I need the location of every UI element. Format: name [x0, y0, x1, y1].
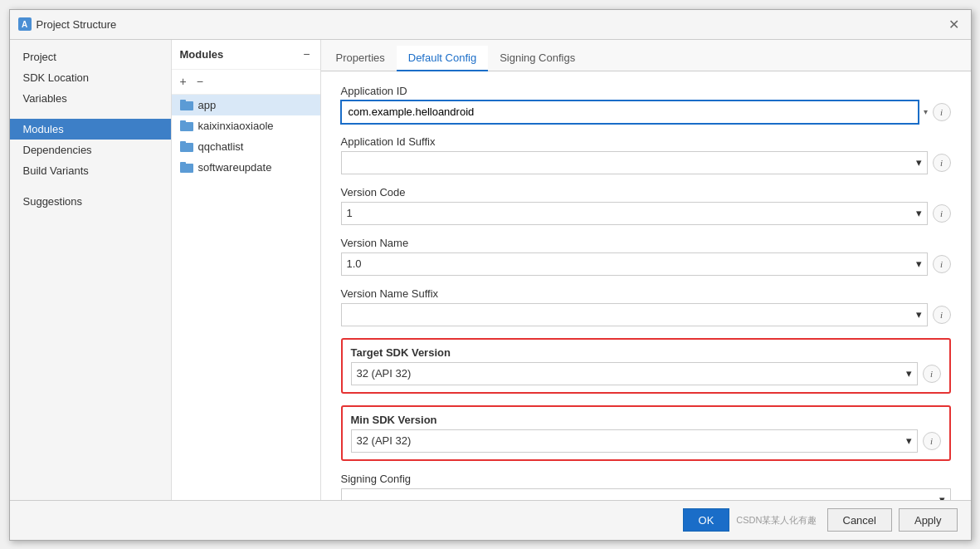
min-sdk-version-label: Min SDK Version — [351, 414, 941, 426]
application-id-input[interactable] — [341, 100, 919, 124]
modules-panel: Modules − + − app — [172, 40, 321, 500]
sidebar-item-variables[interactable]: Variables — [10, 88, 171, 109]
sidebar-nav: Project SDK Location Variables Modules D… — [10, 40, 171, 218]
folder-icon — [180, 161, 193, 173]
version-name-info-button[interactable]: i — [933, 255, 951, 273]
min-sdk-version-dropdown[interactable]: 32 (API 32) ▾ — [351, 429, 918, 453]
min-sdk-version-input-row: 32 (API 32) ▾ i — [351, 429, 941, 453]
version-name-suffix-info-button[interactable]: i — [933, 306, 951, 324]
signing-config-label: Signing Config — [341, 473, 951, 485]
folder-icon — [180, 120, 193, 131]
modules-toolbar: + − — [172, 70, 320, 95]
app-id-suffix-label: Application Id Suffix — [341, 135, 951, 148]
apply-button[interactable]: Apply — [899, 508, 958, 532]
folder-icon — [180, 140, 193, 152]
version-name-suffix-input-row: ▾ i — [341, 303, 951, 326]
version-name-dropdown[interactable]: 1.0 ▾ — [341, 252, 928, 276]
title-bar-left: A Project Structure — [18, 17, 117, 31]
form-area: Application ID ▾ i Application Id Suffix… — [321, 71, 971, 500]
remove-module-button[interactable]: − — [195, 75, 205, 88]
app-id-suffix-input-row: ▾ i — [341, 151, 951, 174]
main-content: Project SDK Location Variables Modules D… — [10, 40, 971, 500]
application-id-info-button[interactable]: i — [933, 103, 951, 121]
signing-config-input-row: ▾ — [341, 488, 951, 500]
svg-rect-3 — [180, 120, 186, 123]
sidebar-item-dependencies[interactable]: Dependencies — [10, 140, 171, 160]
sidebar: Project SDK Location Variables Modules D… — [10, 40, 172, 500]
min-sdk-version-arrow: ▾ — [906, 434, 912, 447]
ok-button[interactable]: OK — [683, 508, 730, 532]
version-name-arrow: ▾ — [916, 257, 922, 270]
app-id-suffix-dropdown[interactable]: ▾ — [341, 151, 928, 174]
version-name-input-row: 1.0 ▾ i — [341, 252, 951, 276]
modules-list: app kaixinxiaoxiaole qqchatlist — [172, 95, 320, 500]
min-sdk-version-value: 32 (API 32) — [357, 434, 412, 447]
svg-rect-4 — [180, 143, 193, 152]
version-name-label: Version Name — [341, 237, 951, 249]
sidebar-item-sdk-location[interactable]: SDK Location — [10, 67, 171, 88]
svg-rect-0 — [180, 101, 193, 110]
version-code-arrow: ▾ — [916, 207, 922, 219]
tab-signing-configs[interactable]: Signing Configs — [488, 46, 587, 71]
target-sdk-version-label: Target SDK Version — [351, 346, 941, 359]
target-sdk-version-info-button[interactable]: i — [923, 365, 941, 383]
close-button[interactable]: ✕ — [946, 16, 963, 32]
target-sdk-version-arrow: ▾ — [906, 367, 912, 380]
application-id-row: Application ID ▾ i — [341, 85, 951, 124]
svg-rect-7 — [180, 162, 186, 164]
tab-default-config[interactable]: Default Config — [397, 46, 488, 71]
app-id-suffix-row: Application Id Suffix ▾ i — [341, 135, 951, 174]
application-id-dropdown-arrow[interactable]: ▾ — [924, 107, 928, 116]
sidebar-item-suggestions[interactable]: Suggestions — [10, 191, 171, 212]
module-item-kaixinxiaoxiaole[interactable]: kaixinxiaoxiaole — [172, 115, 320, 136]
app-id-suffix-arrow: ▾ — [916, 156, 922, 169]
modules-header: Modules − — [172, 40, 320, 70]
collapse-modules-button[interactable]: − — [301, 47, 311, 61]
watermark: CSDN某某人化有趣 — [736, 514, 817, 527]
svg-rect-6 — [180, 164, 193, 173]
title-bar: A Project Structure ✕ — [10, 10, 971, 40]
target-sdk-version-value: 32 (API 32) — [357, 367, 412, 380]
sidebar-item-build-variants[interactable]: Build Variants — [10, 160, 171, 181]
module-label-kaixinxiaoxiaole: kaixinxiaoxiaole — [198, 120, 274, 132]
project-structure-dialog: A Project Structure ✕ Project SDK Locati… — [9, 9, 972, 541]
version-code-info-button[interactable]: i — [933, 204, 951, 223]
version-name-suffix-arrow: ▾ — [916, 308, 922, 321]
version-code-input-row: 1 ▾ i — [341, 202, 951, 225]
version-code-dropdown[interactable]: 1 ▾ — [341, 202, 928, 225]
tabs-bar: Properties Default Config Signing Config… — [321, 40, 971, 71]
version-name-value: 1.0 — [347, 257, 362, 270]
module-label-softwareupdate: softwareupdate — [198, 161, 272, 174]
application-id-label: Application ID — [341, 85, 951, 97]
version-name-suffix-row: Version Name Suffix ▾ i — [341, 287, 951, 326]
window-title: Project Structure — [37, 18, 117, 31]
app-id-suffix-info-button[interactable]: i — [933, 154, 951, 172]
version-code-value: 1 — [347, 207, 353, 219]
target-sdk-version-dropdown[interactable]: 32 (API 32) ▾ — [351, 362, 918, 385]
application-id-input-row: ▾ i — [341, 100, 951, 124]
svg-rect-5 — [180, 141, 186, 144]
module-item-qqchatlist[interactable]: qqchatlist — [172, 136, 320, 157]
add-module-button[interactable]: + — [178, 75, 188, 88]
module-item-softwareupdate[interactable]: softwareupdate — [172, 157, 320, 178]
tab-properties[interactable]: Properties — [324, 46, 397, 71]
signing-config-row: Signing Config ▾ — [341, 473, 951, 500]
module-item-app[interactable]: app — [172, 95, 320, 115]
min-sdk-version-info-button[interactable]: i — [923, 432, 941, 450]
sidebar-item-modules[interactable]: Modules — [10, 119, 171, 140]
min-sdk-version-section: Min SDK Version 32 (API 32) ▾ i — [341, 405, 951, 461]
sidebar-item-project[interactable]: Project — [10, 47, 171, 67]
module-label-app: app — [198, 99, 217, 111]
version-code-label: Version Code — [341, 186, 951, 199]
folder-icon — [180, 99, 193, 110]
signing-config-dropdown[interactable]: ▾ — [341, 488, 951, 500]
content-panel: Properties Default Config Signing Config… — [321, 40, 971, 500]
cancel-button[interactable]: Cancel — [827, 508, 892, 532]
dialog-footer: OK CSDN某某人化有趣 Cancel Apply — [10, 500, 971, 540]
version-name-suffix-dropdown[interactable]: ▾ — [341, 303, 928, 326]
svg-rect-2 — [180, 122, 193, 131]
version-name-row: Version Name 1.0 ▾ i — [341, 237, 951, 276]
target-sdk-version-section: Target SDK Version 32 (API 32) ▾ i — [341, 338, 951, 394]
version-code-row: Version Code 1 ▾ i — [341, 186, 951, 225]
app-icon: A — [18, 17, 32, 31]
